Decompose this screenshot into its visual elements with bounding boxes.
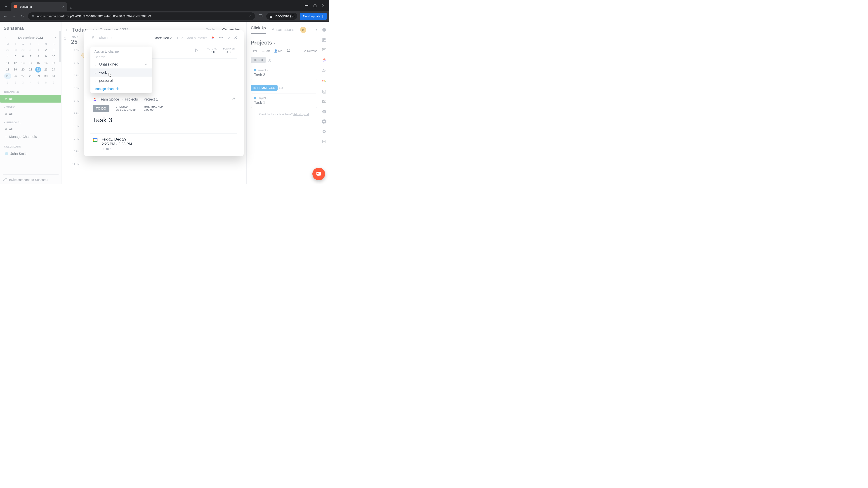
calendar-day[interactable]: 5 — [35, 79, 42, 86]
forward-button[interactable]: → — [11, 14, 17, 19]
close-modal-button[interactable]: ✕ — [234, 35, 237, 40]
incognito-indicator[interactable]: Incognito (2) — [266, 13, 297, 20]
workspace-switcher[interactable]: Sunsama ⌄ — [3, 26, 59, 31]
rail-icon-1[interactable] — [322, 28, 327, 32]
calendar-day[interactable]: 2 — [42, 47, 50, 53]
rail-notion-icon[interactable] — [322, 90, 327, 94]
filter-button[interactable]: Filter — [251, 49, 257, 53]
channel-work-all[interactable]: # all — [3, 110, 59, 118]
browser-tab[interactable]: Sunsama ✕ — [11, 2, 67, 11]
calendar-day[interactable]: 5 — [12, 53, 19, 59]
assignees-button[interactable] — [286, 49, 290, 53]
finish-update-button[interactable]: Finish update ⋮ — [300, 13, 327, 20]
planned-time[interactable]: PLANNED 0:30 — [223, 47, 235, 54]
rail-trello-icon[interactable] — [322, 37, 327, 42]
me-filter-button[interactable]: 👤Me — [274, 49, 282, 53]
more-menu-button[interactable]: ••• — [219, 36, 224, 40]
calendar-day[interactable]: 27 — [4, 47, 11, 53]
calendar-day[interactable]: 27 — [20, 73, 27, 79]
manage-channels-link[interactable]: Manage channels — [94, 87, 120, 91]
calendar-day[interactable]: 23 — [42, 66, 50, 72]
clickup-breadcrumb[interactable]: Team Space› Projects› Project 1 — [93, 97, 235, 102]
calendar-user[interactable]: John Smith — [3, 150, 59, 157]
calendar-day[interactable]: 4 — [4, 53, 11, 59]
manage-channels-button[interactable]: + Manage Channels — [3, 133, 59, 140]
calendar-day[interactable]: 14 — [27, 60, 34, 66]
rail-linear-icon[interactable] — [322, 109, 327, 114]
close-tab-icon[interactable]: ✕ — [62, 5, 65, 8]
rail-todo-icon[interactable] — [322, 139, 327, 144]
calendar-day[interactable]: 7 — [50, 79, 57, 86]
reload-button[interactable]: ⟳ — [20, 14, 25, 19]
status-pill[interactable]: TO DO — [93, 105, 110, 112]
add-subtasks-button[interactable]: Add subtasks — [187, 36, 207, 40]
channel-option-unassigned[interactable]: #Unassigned✓ — [90, 60, 152, 68]
calendar-day[interactable]: 29 — [20, 47, 27, 53]
gcal-event[interactable]: Friday, Dec 29 2:25 PM - 2:55 PM 30 min — [90, 133, 237, 152]
due-date-field[interactable]: Due — [177, 36, 184, 40]
automations-tab[interactable]: Automations — [272, 27, 294, 32]
rail-outlook-icon[interactable] — [322, 99, 327, 104]
calendar-day[interactable]: 2 — [12, 79, 19, 86]
minimize-icon[interactable]: — — [305, 3, 308, 7]
play-button[interactable] — [195, 48, 198, 53]
invite-button[interactable]: Invite someone to Sunsama — [3, 174, 59, 182]
task-card[interactable]: Project 2Task 1 — [251, 94, 317, 108]
bookmark-icon[interactable]: ☆ — [249, 14, 252, 18]
calendar-day[interactable]: 3 — [20, 79, 27, 86]
actual-time[interactable]: ACTUAL 0:20 — [207, 47, 217, 54]
collapse-panel-button[interactable]: ⇥ — [314, 28, 317, 32]
status-badge[interactable]: TO DO — [251, 57, 266, 63]
calendar-day[interactable]: 6 — [42, 79, 50, 86]
scrollbar[interactable] — [59, 31, 61, 62]
clickup-tab[interactable]: ClickUp — [251, 26, 266, 34]
channel-personal-all[interactable]: # all — [3, 125, 59, 133]
intercom-fab[interactable] — [312, 168, 325, 180]
calendar-day[interactable]: 31 — [50, 73, 57, 79]
maximize-icon[interactable]: ▢ — [313, 3, 317, 8]
search-icon[interactable] — [63, 37, 67, 41]
calendar-day[interactable]: 1 — [4, 79, 11, 86]
calendar-day[interactable]: 22 — [35, 67, 41, 72]
calendar-day[interactable]: 30 — [42, 73, 50, 79]
calendar-day[interactable]: 10 — [50, 53, 57, 59]
channel-search-input[interactable] — [94, 55, 148, 59]
channel-all[interactable]: # all — [0, 95, 61, 103]
site-settings-icon[interactable] — [31, 14, 35, 19]
channel-field[interactable]: channel — [99, 35, 113, 40]
projects-header[interactable]: Projects ⌄ — [251, 39, 317, 46]
channel-option-work[interactable]: #work — [90, 68, 152, 76]
calendar-day[interactable]: 13 — [20, 60, 27, 66]
calendar-day[interactable]: 18 — [4, 66, 11, 72]
rail-icon-10[interactable] — [322, 129, 327, 134]
calendar-day[interactable]: 28 — [27, 73, 34, 79]
calendar-day[interactable]: 19 — [12, 66, 19, 72]
next-month-button[interactable]: › — [55, 35, 56, 39]
expand-icon[interactable]: ⤢ — [227, 36, 230, 40]
calendar-day[interactable]: 6 — [20, 53, 27, 59]
sort-button[interactable]: ⇅Sort — [261, 49, 270, 53]
refresh-button[interactable]: ⟳Refresh — [304, 49, 317, 53]
hash-icon[interactable]: # — [90, 35, 95, 40]
calendar-day[interactable]: 12 — [12, 60, 19, 66]
calendar-day[interactable]: 17 — [50, 60, 57, 66]
calendar-day[interactable]: 9 — [42, 53, 50, 59]
avatar[interactable]: M — [300, 27, 306, 33]
close-window-icon[interactable]: ✕ — [322, 3, 324, 8]
calendar-day[interactable]: 24 — [50, 66, 57, 72]
calendar-day[interactable]: 28 — [12, 47, 19, 53]
add-by-url-link[interactable]: Add it by url — [293, 112, 309, 116]
calendar-day[interactable]: 21 — [27, 66, 34, 72]
start-date-field[interactable]: Start: Dec 29 — [154, 36, 174, 40]
calendar-day[interactable]: 3 — [50, 47, 57, 53]
rail-monday-icon[interactable] — [322, 78, 327, 84]
work-section-label[interactable]: WORK — [4, 106, 59, 109]
calendar-day[interactable]: 29 — [35, 73, 42, 79]
clickup-badge-icon[interactable] — [211, 36, 215, 40]
mini-calendar[interactable]: MTWTFSS272829301234567891011121314151617… — [3, 42, 59, 86]
calendar-day[interactable]: 30 — [27, 47, 34, 53]
calendar-day[interactable]: 7 — [27, 53, 34, 59]
tabs-dropdown[interactable] — [1, 2, 11, 11]
rail-asana-icon[interactable] — [322, 68, 327, 73]
calendar-day[interactable]: 16 — [42, 60, 50, 66]
